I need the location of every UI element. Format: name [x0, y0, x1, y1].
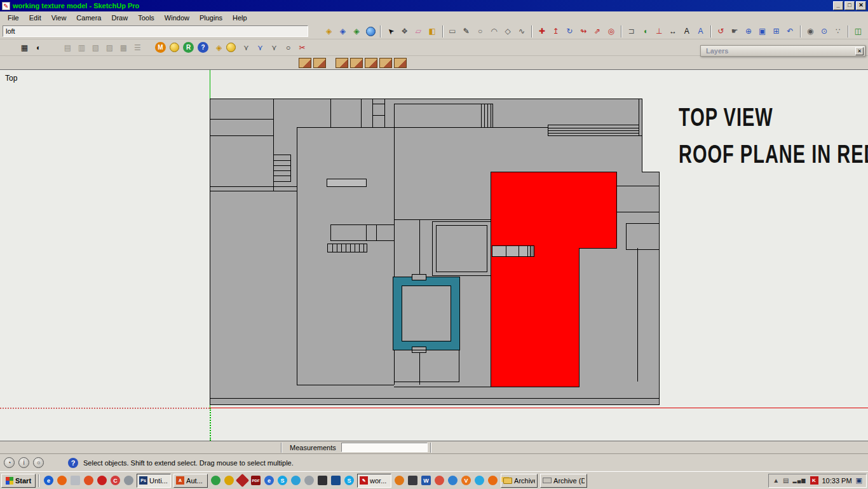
grid-snap-icon[interactable]: ▦ — [18, 41, 31, 54]
orbit-tool-icon[interactable]: ↺ — [714, 25, 728, 38]
question-plugin-badge-icon[interactable]: ? — [198, 42, 208, 53]
antivirus-tray-icon[interactable]: K — [810, 476, 818, 485]
get-models-icon[interactable]: ◈ — [322, 25, 336, 38]
axes-tool-icon[interactable]: ⊥ — [653, 25, 666, 38]
section-plane-icon[interactable]: ◫ — [851, 25, 865, 38]
help-question-icon[interactable]: ? — [68, 458, 78, 468]
texture-image-icon-4[interactable] — [350, 58, 363, 68]
quicklaunch-app-icon-25[interactable] — [475, 476, 484, 485]
protractor-icon[interactable]: ◖ — [639, 25, 652, 38]
fork-plugin-icon-2[interactable]: ⋎ — [254, 41, 267, 54]
polygon-tool-icon[interactable]: ◇ — [501, 25, 515, 38]
google-earth-icon[interactable] — [364, 25, 377, 38]
quicklaunch-skype2-icon[interactable]: S — [344, 476, 354, 485]
paint-bucket-icon[interactable]: ◧ — [426, 25, 439, 38]
share-component-icon[interactable]: ◈ — [350, 25, 363, 38]
model-viewport[interactable]: Top — [0, 70, 868, 441]
select-tool-icon[interactable]: ➤ — [381, 22, 400, 41]
shadows-globe-icon[interactable]: ◐ — [32, 41, 45, 54]
quicklaunch-app-icon-23[interactable] — [448, 476, 458, 485]
start-button[interactable]: Start — [1, 474, 36, 488]
quicklaunch-gear-icon[interactable] — [224, 476, 234, 485]
line-tool-icon[interactable]: ✎ — [459, 25, 473, 38]
walk-tool-icon[interactable]: ∵ — [831, 25, 844, 38]
quicklaunch-vlc-icon[interactable]: V — [461, 476, 471, 485]
quicklaunch-app-icon-26[interactable] — [488, 476, 498, 485]
round-plugin-icon[interactable] — [170, 43, 179, 52]
ball-plugin-icon[interactable] — [226, 43, 236, 52]
follow-me-tool-icon[interactable]: ↬ — [577, 25, 590, 38]
text-tool-icon[interactable]: A — [680, 25, 693, 38]
look-around-icon[interactable]: ⊙ — [818, 25, 831, 38]
taskbar-window-sketchup[interactable]: ✎ wor... — [357, 474, 391, 488]
freehand-tool-icon[interactable]: ∿ — [515, 25, 529, 38]
arc-tool-icon[interactable]: ◠ — [487, 25, 501, 38]
quicklaunch-opera-icon[interactable] — [84, 476, 93, 485]
share-model-icon[interactable]: ◈ — [336, 25, 349, 38]
menu-tools[interactable]: Tools — [133, 12, 159, 24]
furniture-shelf[interactable] — [327, 179, 367, 187]
eraser-tool-icon[interactable]: ▱ — [412, 25, 425, 38]
quicklaunch-telegram-icon[interactable] — [291, 476, 301, 485]
quicklaunch-app-icon-7[interactable] — [124, 476, 133, 485]
zoom-extents-icon[interactable]: ⊞ — [770, 25, 783, 38]
scale-tool-icon[interactable]: ⇗ — [591, 25, 604, 38]
cut-plugin-icon[interactable]: ✂ — [295, 41, 309, 54]
menu-view[interactable]: View — [46, 12, 72, 24]
taskbar-window-untitled[interactable]: Ps Unti... — [137, 474, 171, 488]
quicklaunch-camera-icon[interactable] — [408, 476, 417, 485]
menu-draw[interactable]: Draw — [106, 12, 133, 24]
quicklaunch-word-icon[interactable]: W — [421, 476, 431, 485]
quicklaunch-diamond-icon[interactable] — [236, 474, 249, 487]
m-plugin-badge-icon[interactable]: M — [155, 42, 166, 53]
clipboard-tray-icon[interactable]: ▤ — [783, 477, 789, 484]
texture-image-icon-2[interactable] — [313, 58, 326, 68]
push-pull-tool-icon[interactable]: ↥ — [549, 25, 562, 38]
move-tool-icon[interactable]: ✚ — [535, 25, 548, 38]
close-button[interactable]: ✕ — [856, 1, 866, 10]
menu-help[interactable]: Help — [227, 12, 252, 24]
texture-image-icon-5[interactable] — [365, 58, 377, 68]
r-plugin-badge-icon[interactable]: R — [183, 42, 194, 53]
zoom-window-icon[interactable]: ▣ — [756, 25, 769, 38]
menu-window[interactable]: Window — [159, 12, 194, 24]
loft-text-field[interactable] — [3, 25, 308, 37]
status-circle-icon-1[interactable]: ◔ — [4, 457, 15, 468]
pan-tool-icon[interactable]: ☛ — [728, 25, 742, 38]
taskbar-window-archive[interactable]: Archive — [501, 474, 538, 488]
minimize-button[interactable]: _ — [833, 1, 843, 10]
floor-plan-svg[interactable] — [210, 99, 660, 406]
taskbar-window-archive-d[interactable]: Archive (D:) — [540, 474, 587, 488]
menu-edit[interactable]: Edit — [24, 12, 46, 24]
layers-panel[interactable]: Layers ✕ — [700, 45, 865, 57]
zoom-tool-icon[interactable]: ⊕ — [742, 25, 756, 38]
quicklaunch-firefox-icon[interactable] — [57, 476, 67, 485]
tape-measure-icon[interactable]: ⊐ — [625, 25, 638, 38]
circle-tool-icon[interactable]: ○ — [473, 25, 487, 38]
taskbar-window-autocad[interactable]: A Aut... — [173, 474, 208, 488]
floor-plan[interactable] — [210, 99, 660, 408]
quicklaunch-app-icon-5[interactable] — [97, 476, 107, 485]
quicklaunch-app-icon-16[interactable] — [318, 476, 327, 485]
previous-view-icon[interactable]: ↶ — [783, 25, 797, 38]
quicklaunch-app-icon-3[interactable] — [71, 476, 80, 485]
tray-shield-icon[interactable]: ▣ — [856, 476, 862, 485]
quicklaunch-ccleaner-icon[interactable]: C — [111, 476, 120, 485]
quicklaunch-skype-icon[interactable]: S — [278, 476, 287, 485]
position-camera-icon[interactable]: ◉ — [804, 25, 817, 38]
quicklaunch-pdf-icon[interactable]: PDF — [251, 476, 261, 485]
fork-plugin-icon-1[interactable]: ⋎ — [240, 41, 253, 54]
texture-image-icon-1[interactable] — [299, 58, 311, 68]
status-circle-icon-3[interactable]: ○ — [33, 457, 44, 468]
chevron-up-icon[interactable]: ▲ — [773, 477, 779, 484]
quicklaunch-chrome-icon[interactable] — [435, 476, 444, 485]
quicklaunch-ie-icon[interactable]: e — [44, 476, 53, 485]
rectangle-tool-icon[interactable]: ▭ — [446, 25, 459, 38]
quicklaunch-ie2-icon[interactable]: e — [264, 476, 274, 485]
building-plan-base[interactable] — [210, 99, 660, 405]
quicklaunch-app-icon-15[interactable] — [304, 476, 314, 485]
texture-image-icon-7[interactable] — [394, 58, 407, 68]
maximize-button[interactable]: □ — [844, 1, 855, 10]
signal-tray-icon[interactable]: ▂▄▆ — [793, 478, 806, 483]
menu-plugins[interactable]: Plugins — [194, 12, 227, 24]
